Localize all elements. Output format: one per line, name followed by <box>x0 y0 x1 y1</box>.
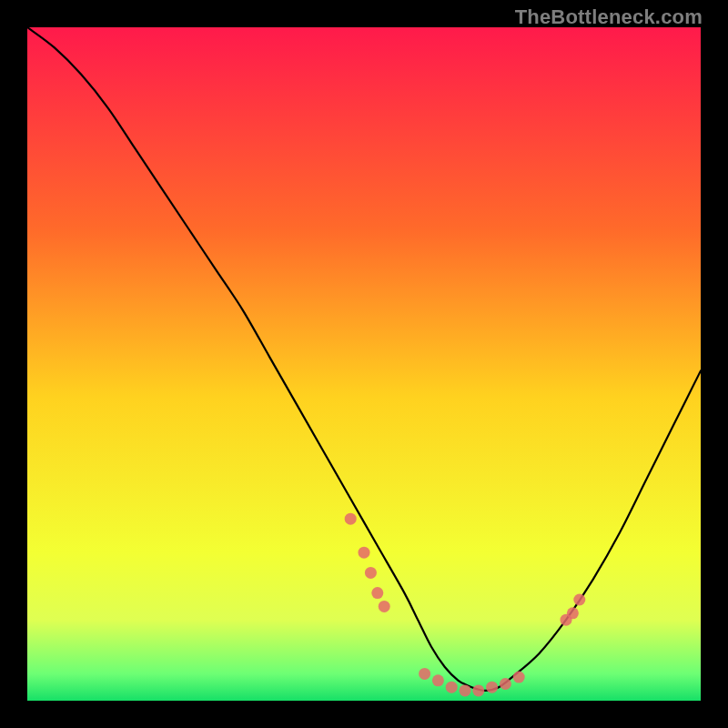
highlight-point <box>419 668 430 680</box>
highlight-point <box>486 682 498 693</box>
highlight-point <box>345 513 357 525</box>
highlight-point <box>365 567 377 579</box>
highlight-point <box>379 601 390 612</box>
highlight-point <box>567 607 579 619</box>
bottleneck-chart <box>27 27 701 701</box>
highlight-point <box>446 682 458 693</box>
highlight-point <box>472 684 484 696</box>
highlight-point <box>573 594 585 606</box>
highlight-point <box>460 684 471 696</box>
highlight-point <box>500 678 511 690</box>
gradient-background <box>27 27 701 701</box>
watermark-text: TheBottleneck.com <box>515 5 703 29</box>
highlight-point <box>432 674 444 686</box>
highlight-point <box>359 547 370 559</box>
highlight-point <box>513 672 525 683</box>
highlight-point <box>371 587 383 599</box>
chart-frame <box>27 27 701 701</box>
